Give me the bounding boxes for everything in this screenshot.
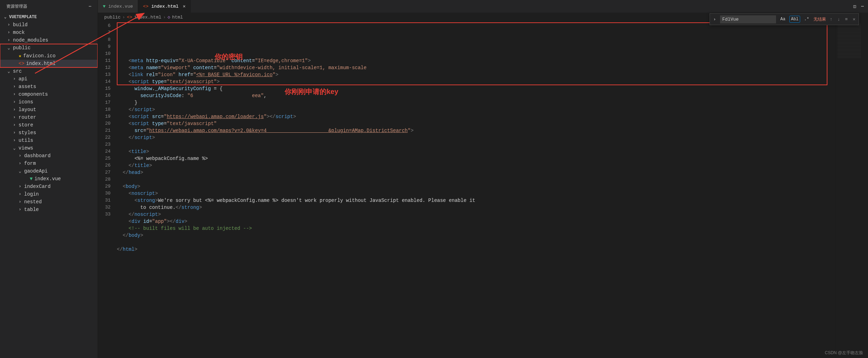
close-icon[interactable]: ✕ (852, 16, 856, 22)
code-line[interactable]: src="https://webapi.amap.com/maps?v=2.0&… (117, 127, 835, 134)
code-line[interactable]: <noscript> (117, 190, 835, 197)
code-line[interactable]: <div id="app"></div> (117, 218, 835, 225)
tab[interactable]: <>index.html✕ (138, 0, 191, 13)
code-line[interactable]: </script> (117, 134, 835, 141)
tree-item[interactable]: ›form (0, 160, 98, 167)
code-content[interactable]: 你的密钥 你刚刚申请的key <meta http-equiv="X-UA-Co… (117, 22, 835, 358)
code-line[interactable]: <script src="https://webapi.amap.com/loa… (117, 113, 835, 120)
code-line[interactable]: <%= webpackConfig.name %> (117, 155, 835, 162)
code-line[interactable]: <script type="text/javascript"> (117, 78, 835, 85)
code-area[interactable]: 6789101112131415161718192021222324252627… (98, 22, 868, 358)
tree-item[interactable]: ›components (0, 90, 98, 98)
code-line[interactable]: <strong>We're sorry but <%= webpackConfi… (117, 197, 835, 204)
code-line[interactable]: </title> (117, 162, 835, 169)
tree-item[interactable]: ⌄public (0, 44, 98, 52)
tree-item-label: router (19, 115, 36, 120)
code-line[interactable]: } (117, 99, 835, 106)
code-line[interactable]: </noscript> (117, 211, 835, 218)
watermark: CSDN @左手吻左脸 (825, 350, 863, 356)
code-line[interactable] (117, 176, 835, 183)
tree-item[interactable]: ›table (0, 206, 98, 213)
more-icon[interactable]: ⋯ (89, 4, 91, 9)
breadcrumb-item[interactable]: html (172, 15, 183, 20)
tree-item[interactable]: ›store (0, 121, 98, 129)
vue-icon: ▼ (30, 176, 33, 182)
code-line[interactable]: securityJsCode: "6 eea", (117, 92, 835, 99)
match-case-icon[interactable]: Aa (779, 16, 787, 22)
breadcrumb-item[interactable]: public (104, 15, 121, 20)
code-line[interactable]: to continue.</strong> (117, 204, 835, 211)
breadcrumb-item[interactable]: index.html (134, 15, 161, 20)
code-line[interactable]: </body> (117, 232, 835, 239)
tree-item-label: nested (24, 199, 42, 205)
minimap[interactable] (835, 22, 863, 358)
expand-icon[interactable]: › (712, 17, 718, 22)
tree-item[interactable]: ›layout (0, 106, 98, 114)
tab[interactable]: ▼index.vue (98, 0, 138, 13)
project-title[interactable]: ⌄ VUETEMPLATE (0, 13, 98, 21)
code-line[interactable]: window._AMapSecurityConfig = { (117, 85, 835, 92)
code-line[interactable]: <script type="text/javascript" (117, 120, 835, 127)
overview-ruler[interactable] (863, 22, 868, 358)
tree-item[interactable]: <>index.html (0, 60, 98, 67)
tree-item[interactable]: ›dashboard (0, 152, 98, 160)
code-line[interactable]: <body> (117, 183, 835, 190)
tree-item[interactable]: ›assets (0, 83, 98, 90)
code-line[interactable]: <meta name="viewport" content="width=dev… (117, 64, 835, 71)
editor-area: ▼index.vue<>index.html✕ ◫ ⋯ public › <> … (98, 0, 868, 358)
code-line[interactable]: <link rel="icon" href="<%= BASE_URL %>fa… (117, 71, 835, 78)
tree-item[interactable]: ›icons (0, 98, 98, 106)
chevron-right-icon: › (17, 184, 22, 189)
prev-match-icon[interactable]: ↑ (829, 17, 834, 22)
tree-item-label: table (24, 207, 39, 212)
search-input[interactable] (720, 15, 776, 23)
tree-item[interactable]: ›styles (0, 129, 98, 137)
no-results-label: 无结果 (813, 16, 826, 22)
tree-item[interactable]: ›indexCard (0, 183, 98, 190)
code-line[interactable] (117, 141, 835, 148)
tree-item[interactable]: ★favicon.ico (0, 52, 98, 60)
chevron-down-icon: ⌄ (6, 45, 11, 51)
code-line[interactable]: </head> (117, 169, 835, 176)
chevron-down-icon: ⌄ (6, 69, 11, 74)
regex-icon[interactable]: .* (803, 16, 810, 22)
find-widget[interactable]: › Aa Abl .* 无结果 ↑ ↓ ≡ ✕ (710, 13, 859, 25)
tree-item[interactable]: ›login (0, 190, 98, 198)
tree-item[interactable]: ›nested (0, 198, 98, 206)
tree-item[interactable]: ▼index.vue (0, 175, 98, 183)
tree-item[interactable]: ›node_modules (0, 36, 98, 44)
tree-item[interactable]: ⌄src (0, 67, 98, 75)
chevron-right-icon: › (6, 22, 11, 27)
tree-item-label: form (24, 161, 36, 166)
tree-item[interactable]: ›build (0, 21, 98, 29)
tree-item-label: views (19, 145, 33, 151)
tree-item-label: dashboard (24, 153, 51, 159)
project-name: VUETEMPLATE (9, 15, 37, 20)
chevron-right-icon: › (12, 138, 17, 143)
tree-item-label: api (19, 76, 27, 82)
tree-item[interactable]: ›router (0, 114, 98, 121)
tree-item[interactable]: ›api (0, 75, 98, 83)
close-icon[interactable]: ✕ (183, 3, 186, 9)
tree-item[interactable]: ›utils (0, 137, 98, 144)
tree-item[interactable]: ⌄views (0, 144, 98, 152)
filter-icon[interactable]: ≡ (844, 17, 849, 22)
tree-item[interactable]: ›mock (0, 29, 98, 36)
code-line[interactable]: <title> (117, 148, 835, 155)
code-line[interactable]: </script> (117, 106, 835, 113)
match-word-icon[interactable]: Abl (790, 16, 800, 22)
tree-item-label: components (19, 92, 48, 97)
tree-item-label: icons (19, 99, 33, 105)
code-line[interactable]: <meta http-equiv="X-UA-Compatible" conte… (117, 57, 835, 64)
tab-bar: ▼index.vue<>index.html✕ ◫ ⋯ (98, 0, 868, 13)
tree-item[interactable]: ⌄gaodeApi (0, 167, 98, 175)
code-line[interactable]: <!-- built files will be auto injected -… (117, 225, 835, 232)
code-line[interactable] (117, 239, 835, 246)
main-container: 资源管理器 ⋯ ⌄ VUETEMPLATE ›build›mock›node_m… (0, 0, 868, 358)
tree-item-label: favicon.ico (23, 53, 55, 59)
next-match-icon[interactable]: ↓ (837, 17, 841, 22)
chevron-right-icon: › (12, 130, 17, 135)
split-editor-icon[interactable]: ◫ (853, 3, 856, 9)
code-line[interactable]: </html> (117, 246, 835, 253)
more-icon[interactable]: ⋯ (861, 3, 864, 9)
